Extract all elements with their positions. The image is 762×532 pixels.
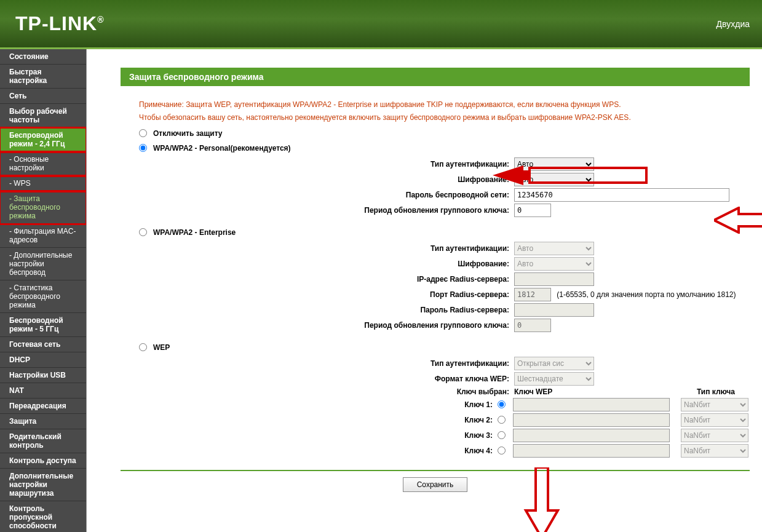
sidebar-item-20[interactable]: Дополнительные настройки маршрутиза <box>0 469 86 501</box>
wep-key-label-3: Ключ 3: <box>121 431 498 440</box>
radio-wep[interactable] <box>139 343 147 351</box>
label-radius-ip: IP-адрес Radius-сервера: <box>121 275 514 284</box>
save-button[interactable]: Сохранить <box>403 477 468 492</box>
label-personal-period: Период обновления группового ключа: <box>121 206 514 215</box>
divider <box>121 470 750 471</box>
sidebar-item-1[interactable]: Быстрая настройка <box>0 65 86 89</box>
wep-key-row-2: Ключ 2:NaNбит <box>121 413 750 427</box>
sidebar-item-19[interactable]: Контроль доступа <box>0 453 86 469</box>
label-personal-enc: Шифрование: <box>121 175 514 184</box>
sidebar-item-13[interactable]: DHCP <box>0 352 86 368</box>
sidebar-item-0[interactable]: Состояние <box>0 49 86 65</box>
label-wep-auth: Тип аутентификации: <box>121 359 514 368</box>
sidebar-item-15[interactable]: NAT <box>0 383 86 399</box>
sidebar-item-4[interactable]: Беспроводной режим - 2,4 ГГц <box>0 128 86 152</box>
input-radius-pwd <box>514 303 594 317</box>
page-title: Защита беспроводного режима <box>121 68 750 86</box>
sidebar-item-9[interactable]: - Дополнительные настройки беспровод <box>0 248 86 280</box>
sidebar-item-18[interactable]: Родительский контроль <box>0 429 86 453</box>
hint-radius-port: (1-65535, 0 для значения порта по умолча… <box>557 290 736 299</box>
radio-wpa-personal[interactable] <box>139 144 147 152</box>
label-ent-auth: Тип аутентификации: <box>121 244 514 253</box>
sidebar-item-12[interactable]: Гостевая сеть <box>0 337 86 352</box>
wep-key-input-2 <box>513 413 670 427</box>
header: TP-LINK® Двухдиа <box>0 0 762 49</box>
sidebar-item-5[interactable]: - Основные настройки <box>0 152 86 176</box>
select-wep-fmt: Шестнадцате <box>514 372 594 386</box>
wep-key-type-1: NaNбит <box>681 398 748 411</box>
wep-key-radio-2[interactable] <box>498 416 506 424</box>
label-radius-port: Порт Radius-сервера: <box>121 290 514 299</box>
wep-key-radio-3[interactable] <box>498 431 506 439</box>
radio-disable-security[interactable] <box>139 129 147 137</box>
wep-key-label-4: Ключ 4: <box>121 447 498 455</box>
label-wpa-enterprise: WPA/WPA2 - Enterprise <box>153 228 236 237</box>
sidebar-item-8[interactable]: - Фильтрация MAC-адресов <box>0 224 86 248</box>
wep-key-row-1: Ключ 1:NaNбит <box>121 398 750 411</box>
wep-key-label-2: Ключ 2: <box>121 416 498 424</box>
sidebar-item-21[interactable]: Контроль пропускной способности <box>0 501 86 532</box>
label-wep-fmt: Формат ключа WEP: <box>121 375 514 383</box>
col-header-key-type: Тип ключа <box>682 387 750 396</box>
select-personal-enc[interactable]: Авто <box>514 173 594 186</box>
sidebar-item-11[interactable]: Беспроводной режим - 5 ГГц <box>0 313 86 337</box>
label-ent-enc: Шифрование: <box>121 260 514 268</box>
main-content: Защита беспроводного режима Примечание: … <box>86 49 762 532</box>
logo: TP-LINK® <box>15 12 105 35</box>
label-wpa-personal: WPA/WPA2 - Personal(рекомендуется) <box>153 144 291 153</box>
sidebar-item-7[interactable]: - Защита беспроводного режима <box>0 191 86 224</box>
label-wep-selected: Ключ выбран: <box>121 387 514 396</box>
sidebar-item-10[interactable]: - Статистика беспроводного режима <box>0 280 86 313</box>
col-header-wep-key: Ключ WEP <box>514 387 671 396</box>
wep-key-row-3: Ключ 3:NaNбит <box>121 429 750 442</box>
label-disable-security: Отключить защиту <box>153 129 223 138</box>
warning-note-2: Чтобы обезопасить вашу сеть, настоятельн… <box>139 113 750 123</box>
logo-reg: ® <box>97 15 104 25</box>
label-personal-auth: Тип аутентификации: <box>121 160 514 169</box>
label-personal-password: Пароль беспроводной сети: <box>121 191 514 199</box>
sidebar: СостояниеБыстрая настройкаСетьВыбор рабо… <box>0 49 86 532</box>
select-ent-enc: Авто <box>514 257 594 271</box>
radio-wpa-enterprise[interactable] <box>139 228 147 236</box>
label-ent-period: Период обновления группового ключа: <box>121 321 514 330</box>
wep-key-input-1 <box>513 398 670 411</box>
sidebar-item-14[interactable]: Настройки USB <box>0 368 86 383</box>
select-ent-auth: Авто <box>514 242 594 255</box>
sidebar-item-16[interactable]: Переадресация <box>0 399 86 414</box>
input-radius-port <box>514 288 551 301</box>
wep-key-type-4: NaNбит <box>681 444 748 458</box>
select-personal-auth[interactable]: Авто <box>514 157 594 171</box>
select-wep-auth: Открытая сис <box>514 357 594 370</box>
sidebar-item-3[interactable]: Выбор рабочей частоты <box>0 104 86 128</box>
logo-text: TP-LINK <box>15 12 97 34</box>
wep-key-row-4: Ключ 4:NaNбит <box>121 444 750 458</box>
wep-key-label-1: Ключ 1: <box>121 400 498 409</box>
input-radius-ip <box>514 272 594 286</box>
label-radius-pwd: Пароль Radius-сервера: <box>121 306 514 314</box>
header-subtitle: Двухдиа <box>716 19 750 29</box>
wep-key-input-3 <box>513 429 670 442</box>
sidebar-item-17[interactable]: Защита <box>0 414 86 429</box>
warning-note-1: Примечание: Защита WEP, аутентификация W… <box>139 100 750 110</box>
label-wep: WEP <box>153 343 170 352</box>
input-wireless-password[interactable] <box>514 188 729 202</box>
input-personal-period[interactable] <box>514 204 551 217</box>
sidebar-item-6[interactable]: - WPS <box>0 176 86 191</box>
wep-key-radio-4[interactable] <box>498 447 506 455</box>
wep-key-type-2: NaNбит <box>681 413 748 427</box>
wep-key-input-4 <box>513 444 670 458</box>
input-ent-period <box>514 319 551 332</box>
wep-key-type-3: NaNбит <box>681 429 748 442</box>
sidebar-item-2[interactable]: Сеть <box>0 89 86 104</box>
wep-key-radio-1[interactable] <box>498 400 506 408</box>
